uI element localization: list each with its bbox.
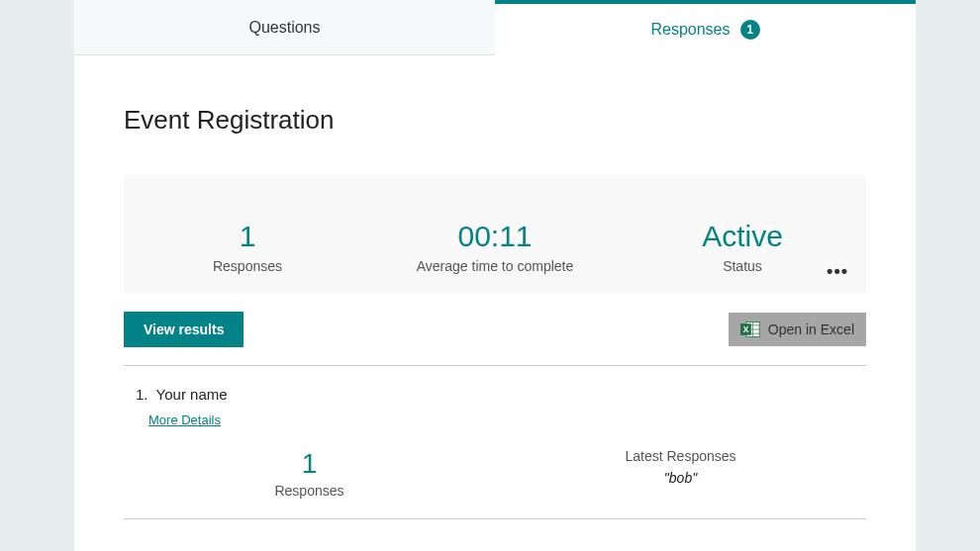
content: Event Registration 1 Responses 00:11 Ave… xyxy=(74,55,916,529)
latest-responses-stat: Latest Responses "bob" xyxy=(495,448,866,499)
latest-responses-label: Latest Responses xyxy=(495,448,866,464)
page-title: Event Registration xyxy=(124,105,866,136)
stat-responses: 1 Responses xyxy=(124,220,371,274)
question-stats: 1 Responses Latest Responses "bob" xyxy=(124,448,866,499)
stat-avgtime: 00:11 Average time to complete xyxy=(371,220,619,274)
stats-panel: 1 Responses 00:11 Average time to comple… xyxy=(124,175,866,294)
tab-responses-label: Responses xyxy=(650,21,730,39)
tabs: Questions Responses 1 xyxy=(74,0,916,55)
open-in-excel-button[interactable]: X Open in Excel xyxy=(729,313,866,346)
tab-questions-label: Questions xyxy=(248,19,320,37)
question-responses-value: 1 xyxy=(124,448,495,480)
form-container: Questions Responses 1 Event Registration… xyxy=(74,0,916,551)
excel-icon: X xyxy=(740,321,760,338)
open-in-excel-label: Open in Excel xyxy=(768,321,854,337)
actions-row: View results X Open in Excel xyxy=(124,312,866,366)
more-details-link[interactable]: More Details xyxy=(124,413,221,427)
question-block: 1. Your name More Details 1 Responses La… xyxy=(124,366,866,529)
responses-count-badge: 1 xyxy=(740,20,760,40)
latest-responses-value: "bob" xyxy=(495,470,866,486)
stat-avgtime-value: 00:11 xyxy=(371,220,619,253)
view-results-button[interactable]: View results xyxy=(124,312,244,347)
stat-responses-label: Responses xyxy=(124,258,371,274)
question-text: Your name xyxy=(156,386,228,403)
stat-status-value: Active xyxy=(619,220,866,253)
tab-responses[interactable]: Responses 1 xyxy=(495,0,916,55)
tab-questions[interactable]: Questions xyxy=(74,0,495,55)
more-options-icon[interactable]: ••• xyxy=(827,261,848,282)
svg-text:X: X xyxy=(742,324,748,334)
question-divider xyxy=(124,518,866,519)
stat-avgtime-label: Average time to complete xyxy=(371,258,619,274)
question-title: 1. Your name xyxy=(124,386,866,403)
question-responses-label: Responses xyxy=(124,483,495,499)
stat-responses-value: 1 xyxy=(124,220,371,253)
question-responses-stat: 1 Responses xyxy=(124,448,495,499)
